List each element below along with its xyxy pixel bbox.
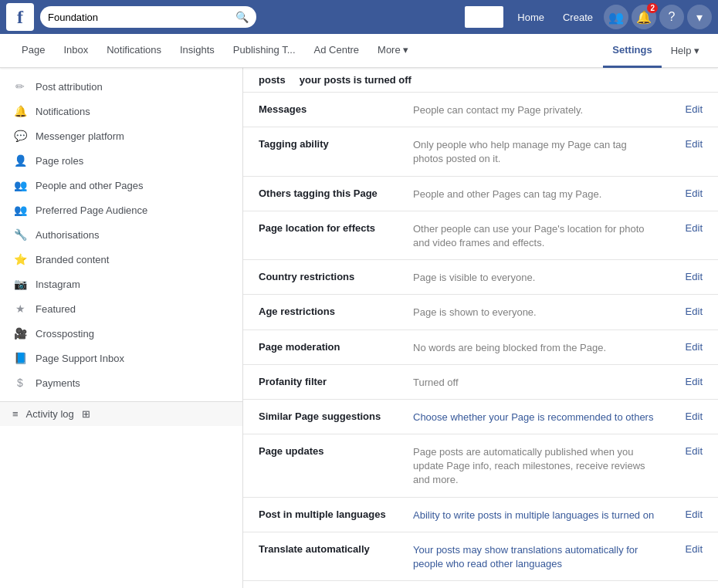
featured-icon: ★ [12, 302, 28, 315]
nav-help[interactable]: Help ▾ [665, 34, 706, 68]
instagram-icon: 📷 [12, 278, 28, 290]
sidebar-activity-log[interactable]: ≡ Activity log ⊞ [0, 401, 242, 426]
edit-button[interactable]: Edit [686, 222, 703, 234]
settings-edit-link[interactable]: Edit [656, 137, 703, 150]
settings-edit-link[interactable]: Edit [656, 409, 703, 422]
nav-ad-centre[interactable]: Ad Centre [305, 34, 369, 68]
help-icon-btn[interactable]: ? [659, 5, 684, 29]
sidebar-item-preferred-audience[interactable]: 👥 Preferred Page Audience [0, 198, 242, 222]
settings-edit-link[interactable]: Edit [656, 221, 703, 234]
posts-value: your posts is turned off [300, 74, 411, 86]
sidebar-item-label: Featured [36, 303, 230, 315]
white-box [465, 6, 503, 28]
settings-value: Other people can use your Page's locatio… [413, 221, 656, 250]
settings-edit-link[interactable]: Edit [656, 507, 703, 520]
settings-row: Age restrictionsPage is shown to everyon… [243, 295, 718, 329]
edit-button[interactable]: Edit [686, 376, 703, 387]
nav-insights[interactable]: Insights [171, 34, 224, 68]
friends-icon-btn[interactable]: 👥 [604, 5, 628, 29]
notifications-icon-btn[interactable]: 🔔 2 [632, 5, 656, 29]
sidebar-item-authorisations[interactable]: 🔧 Authorisations [0, 222, 242, 247]
edit-button[interactable]: Edit [686, 341, 703, 353]
settings-edit-link[interactable]: Edit [656, 542, 703, 555]
dropdown-icon-btn[interactable]: ▾ [687, 5, 712, 29]
nav-publishing[interactable]: Publishing T... [224, 34, 305, 68]
fb-logo-letter: f [17, 7, 23, 28]
settings-key: Translate automatically [259, 542, 413, 555]
settings-row: MessagesPeople can contact my Page priva… [243, 93, 718, 127]
settings-value: Only people who help manage my Page can … [413, 137, 656, 166]
edit-button[interactable]: Edit [686, 188, 703, 199]
settings-value: Turned off [413, 374, 656, 390]
post-attribution-icon: ✏ [12, 80, 28, 93]
settings-key: Similar Page suggestions [259, 409, 413, 422]
settings-edit-link[interactable]: Edit [656, 340, 703, 353]
sidebar-item-people-pages[interactable]: 👥 People and other Pages [0, 173, 242, 198]
search-box[interactable]: 🔍 [40, 6, 256, 28]
settings-edit-link[interactable]: Edit [656, 304, 703, 317]
secondary-nav-right: Settings Help ▾ [603, 34, 706, 68]
top-bar: f 🔍 Home Create 👥 🔔 2 ? ▾ [0, 0, 718, 34]
edit-button[interactable]: Edit [686, 411, 703, 422]
settings-value: People and other Pages can tag my Page. [413, 186, 656, 201]
sidebar-item-post-attribution[interactable]: ✏ Post attribution [0, 74, 242, 99]
sidebar-item-page-support[interactable]: 📘 Page Support Inbox [0, 346, 242, 370]
page-roles-icon: 👤 [12, 154, 28, 167]
settings-value: Page posts are automatically published w… [413, 444, 656, 488]
messenger-icon: 💬 [12, 130, 28, 142]
settings-key: Post in multiple languages [259, 507, 413, 520]
edit-button[interactable]: Edit [686, 306, 703, 317]
sidebar-item-label: Authorisations [36, 229, 230, 241]
activity-log-label: Activity log [26, 408, 74, 420]
sidebar-item-payments[interactable]: $ Payments [0, 370, 242, 395]
settings-value: Page is visible to everyone. [413, 269, 656, 285]
edit-button[interactable]: Edit [686, 138, 703, 150]
search-icon: 🔍 [235, 11, 249, 23]
nav-settings[interactable]: Settings [603, 34, 661, 68]
main-layout: ✏ Post attribution 🔔 Notifications 💬 Mes… [0, 68, 718, 588]
settings-row: Page location for effectsOther people ca… [243, 211, 718, 260]
facebook-logo[interactable]: f [6, 3, 34, 31]
notification-badge: 2 [647, 3, 658, 13]
settings-edit-link[interactable]: Edit [656, 186, 703, 199]
nav-page[interactable]: Page [12, 34, 54, 68]
sidebar-item-notifications[interactable]: 🔔 Notifications [0, 99, 242, 123]
nav-notifications[interactable]: Notifications [97, 34, 171, 68]
create-link[interactable]: Create [555, 7, 601, 28]
sidebar-item-instagram[interactable]: 📷 Instagram [0, 272, 242, 296]
sidebar-item-page-roles[interactable]: 👤 Page roles [0, 148, 242, 173]
edit-button[interactable]: Edit [686, 543, 703, 555]
settings-key: Page updates [259, 444, 413, 457]
nav-more[interactable]: More ▾ [368, 34, 418, 68]
sidebar-item-messenger[interactable]: 💬 Messenger platform [0, 123, 242, 148]
edit-button[interactable]: Edit [686, 509, 703, 520]
preferred-audience-icon: 👥 [12, 204, 28, 216]
settings-row: Comment rankingMost relevant comments ar… [243, 581, 718, 588]
sidebar-item-label: Page Support Inbox [36, 353, 230, 364]
nav-inbox[interactable]: Inbox [54, 34, 97, 68]
edit-button[interactable]: Edit [686, 445, 703, 457]
sidebar-item-crossposting[interactable]: 🎥 Crossposting [0, 321, 242, 346]
sidebar-item-featured[interactable]: ★ Featured [0, 296, 242, 321]
settings-key: Profanity filter [259, 374, 413, 387]
branded-content-icon: ⭐ [12, 253, 28, 265]
sidebar-item-label: Branded content [36, 254, 230, 265]
secondary-nav: Page Inbox Notifications Insights Publis… [0, 34, 718, 68]
settings-key: Page moderation [259, 340, 413, 353]
settings-edit-link[interactable]: Edit [656, 374, 703, 387]
search-input[interactable] [48, 12, 235, 23]
left-sidebar: ✏ Post attribution 🔔 Notifications 💬 Mes… [0, 68, 243, 588]
edit-button[interactable]: Edit [686, 103, 703, 115]
sidebar-item-branded-content[interactable]: ⭐ Branded content [0, 247, 242, 272]
settings-row: Country restrictionsPage is visible to e… [243, 260, 718, 295]
settings-key: Page location for effects [259, 221, 413, 234]
home-link[interactable]: Home [510, 7, 552, 28]
settings-key: Country restrictions [259, 269, 413, 282]
settings-value: Choose whether your Page is recommended … [413, 409, 656, 424]
question-icon: ? [669, 10, 676, 24]
settings-edit-link[interactable]: Edit [656, 269, 703, 282]
settings-edit-link[interactable]: Edit [656, 102, 703, 115]
settings-edit-link[interactable]: Edit [656, 444, 703, 457]
page-support-icon: 📘 [12, 352, 28, 364]
edit-button[interactable]: Edit [686, 271, 703, 282]
